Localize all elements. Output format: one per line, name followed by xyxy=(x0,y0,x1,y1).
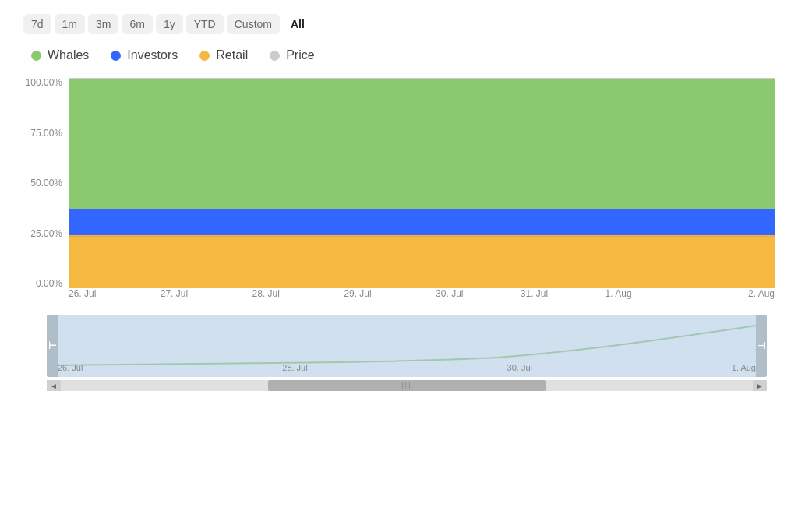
filter-all-button[interactable]: All xyxy=(283,14,312,34)
filter-1y-button[interactable]: 1y xyxy=(156,14,183,34)
x-axis: 26. Jul 27. Jul 28. Jul 29. Jul 30. Jul … xyxy=(69,288,775,305)
chart-area: 🔷 IntoTheBlock xyxy=(69,78,775,288)
filter-1m-button[interactable]: 1m xyxy=(55,14,85,34)
y-label-25: 25.00% xyxy=(30,229,62,238)
y-label-100: 100.00% xyxy=(26,78,62,87)
x-label-2aug: 2. Aug xyxy=(748,288,775,299)
chart-wrapper: 100.00% 75.00% 50.00% 25.00% 0.00% 🔷 Int… xyxy=(23,78,775,524)
y-label-0: 0.00% xyxy=(36,279,62,288)
x-label-27jul: 27. Jul xyxy=(161,288,188,299)
scrollbar-thumb[interactable]: ||| xyxy=(268,380,545,391)
scrollbar-grip: ||| xyxy=(401,382,411,389)
whales-dot xyxy=(31,51,41,61)
investors-label: Investors xyxy=(127,48,178,62)
scrollbar-right-arrow[interactable]: ► xyxy=(753,380,767,391)
bar-investors xyxy=(69,209,775,235)
navigator-handle-right[interactable]: ⊣ xyxy=(756,315,767,377)
y-axis: 100.00% 75.00% 50.00% 25.00% 0.00% xyxy=(23,78,69,288)
y-label-75: 75.00% xyxy=(30,129,62,138)
stacked-bar-chart: 🔷 IntoTheBlock xyxy=(69,79,775,288)
nav-x-label-2: 30. Jul xyxy=(507,363,532,372)
time-filter-bar: 7d 1m 3m 6m 1y YTD Custom All xyxy=(23,14,775,34)
nav-x-label-3: 1. Aug xyxy=(732,363,756,372)
chart-main: 100.00% 75.00% 50.00% 25.00% 0.00% 🔷 Int… xyxy=(23,78,775,288)
nav-x-label-1: 28. Jul xyxy=(282,363,307,372)
x-label-26jul: 26. Jul xyxy=(69,288,96,299)
grid-line-25 xyxy=(69,236,775,237)
x-label-31jul: 31. Jul xyxy=(521,288,548,299)
x-label-1aug: 1. Aug xyxy=(606,288,632,299)
filter-3m-button[interactable]: 3m xyxy=(88,14,118,34)
filter-ytd-button[interactable]: YTD xyxy=(186,14,224,34)
x-label-30jul: 30. Jul xyxy=(436,288,463,299)
right-handle-icon: ⊣ xyxy=(757,340,765,351)
scrollbar-left-arrow[interactable]: ◄ xyxy=(47,380,61,391)
main-container: 7d 1m 3m 6m 1y YTD Custom All Whales Inv… xyxy=(0,0,798,532)
legend-price[interactable]: Price xyxy=(270,48,314,62)
y-label-50: 50.00% xyxy=(30,178,62,188)
legend-investors[interactable]: Investors xyxy=(111,48,178,62)
chart-legend: Whales Investors Retail Price xyxy=(31,48,775,62)
navigator[interactable]: ⊢ ⊣ 26. Jul 28. Jul 30. Jul 1. Aug xyxy=(47,315,767,377)
retail-label: Retail xyxy=(216,48,248,62)
bar-retail xyxy=(69,235,775,288)
navigator-handle-left[interactable]: ⊢ xyxy=(47,315,58,377)
x-label-28jul: 28. Jul xyxy=(252,288,280,299)
legend-retail[interactable]: Retail xyxy=(200,48,248,62)
retail-dot xyxy=(200,51,210,61)
whales-label: Whales xyxy=(48,48,89,62)
investors-dot xyxy=(111,51,121,61)
left-handle-icon: ⊢ xyxy=(48,340,56,351)
filter-custom-button[interactable]: Custom xyxy=(227,14,280,34)
scrollbar[interactable]: ◄ ||| ► xyxy=(47,380,767,391)
legend-whales[interactable]: Whales xyxy=(31,48,89,62)
scrollbar-track: ||| xyxy=(61,380,753,391)
price-dot xyxy=(270,51,280,61)
filter-6m-button[interactable]: 6m xyxy=(122,14,152,34)
navigator-x-labels: 26. Jul 28. Jul 30. Jul 1. Aug xyxy=(58,363,756,372)
bar-whales xyxy=(69,79,775,209)
nav-x-label-0: 26. Jul xyxy=(58,363,83,372)
x-label-29jul: 29. Jul xyxy=(344,288,371,299)
price-label: Price xyxy=(286,48,314,62)
filter-7d-button[interactable]: 7d xyxy=(23,14,51,34)
